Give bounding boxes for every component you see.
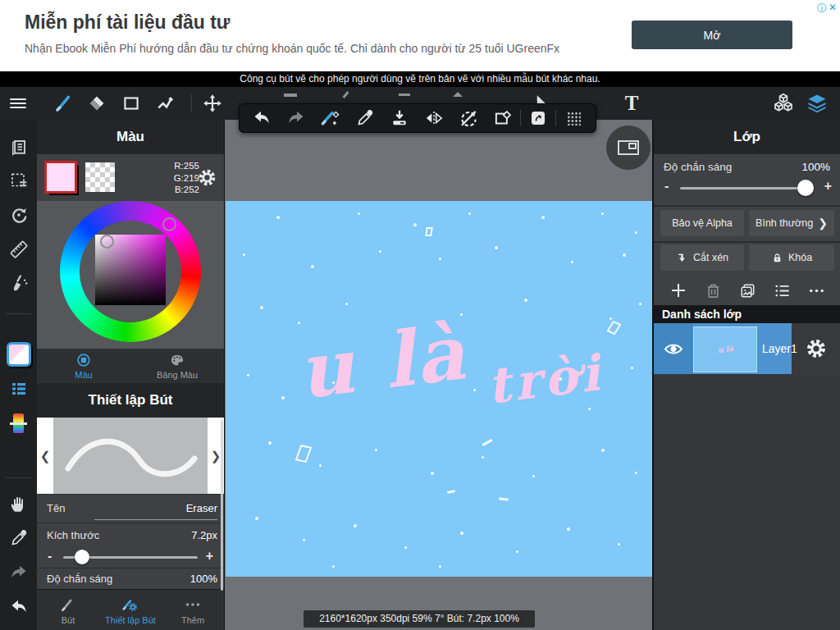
brush-list-icon[interactable] [0, 374, 37, 404]
drag-handle-icon[interactable] [556, 103, 591, 133]
blend-mode-button[interactable]: Bình thường ❯ [749, 210, 834, 236]
tab-pen[interactable]: Bút [37, 590, 99, 630]
clipping-icon [676, 252, 688, 264]
rotate-reset-icon[interactable] [451, 103, 486, 133]
gradient-icon[interactable] [0, 409, 37, 438]
select-menu-icon[interactable] [0, 166, 37, 195]
color-wheel-area[interactable] [37, 201, 224, 349]
ruler-icon[interactable] [0, 235, 37, 264]
layer-opacity-thumb[interactable] [797, 180, 814, 196]
layers-panel-icon[interactable] [802, 87, 832, 120]
tab-color[interactable]: Màu [37, 349, 130, 383]
layer-list-icon[interactable] [773, 281, 792, 300]
layer-opacity-track[interactable] [680, 187, 812, 189]
panel-divider [654, 205, 840, 207]
layer-panel-title: Lớp [654, 120, 840, 154]
save-icon[interactable] [382, 103, 417, 133]
layer-row[interactable]: u là Layer1 [654, 323, 840, 374]
ad-open-button[interactable]: Mở [632, 21, 792, 49]
layer-opacity-minus[interactable]: - [664, 179, 669, 194]
layer-opacity-plus[interactable]: + [824, 179, 832, 194]
drawing-canvas[interactable]: u là trời [226, 201, 652, 577]
layer-more-icon[interactable] [807, 281, 826, 300]
artwork-text-tail: trời [484, 344, 607, 415]
redo-icon[interactable] [279, 103, 313, 133]
layer-thumbnail[interactable]: u là [693, 326, 757, 372]
color-settings-gear-icon[interactable] [197, 167, 217, 188]
canvas-area[interactable]: u là trời 2160*1620px 350dpi 59% 7° Bút:… [224, 120, 653, 630]
size-slider-thumb[interactable] [75, 550, 89, 564]
transparent-color-swatch[interactable] [85, 162, 115, 192]
tab-pen-settings[interactable]: Thiết lập Bút [99, 590, 162, 630]
brush-eraser-toggle-icon[interactable] [313, 103, 348, 133]
alpha-protect-button[interactable]: Bảo vệ Alpha [660, 210, 744, 236]
undo-icon[interactable] [0, 592, 37, 622]
pen-opacity-label: Độ chắn sáng [47, 573, 112, 585]
material-panel-icon[interactable] [521, 103, 555, 133]
eye-icon [664, 341, 683, 357]
polyline-tool-icon[interactable] [151, 87, 180, 120]
tab-more[interactable]: Thêm [162, 590, 224, 630]
brush-prev-icon[interactable]: ❮ [37, 418, 53, 494]
eyedropper-icon[interactable] [348, 103, 382, 133]
tab-palette[interactable]: Bảng Màu [130, 349, 224, 383]
toolbar-divider [191, 94, 192, 112]
brush-tool-icon[interactable] [49, 87, 79, 120]
ad-banner[interactable]: ⓘ ✕ Miễn phí tài liệu đầu tư Nhận Ebook … [0, 0, 840, 71]
hand-pan-icon[interactable] [0, 489, 37, 518]
rotate-view-icon[interactable] [0, 200, 37, 230]
material-brush-icon[interactable] [0, 269, 37, 299]
material-3d-icon[interactable] [769, 87, 798, 120]
sidebar-divider [6, 477, 31, 478]
hue-selector[interactable] [162, 217, 176, 231]
eraser-tool-icon[interactable] [82, 87, 112, 120]
pen-size-label: Kích thước [47, 529, 99, 541]
navigator-button[interactable] [606, 126, 651, 170]
undo-icon[interactable] [244, 103, 279, 133]
navigator-icon [616, 138, 641, 158]
layer-visibility-toggle[interactable] [654, 323, 693, 374]
rect-select-tool-icon[interactable] [116, 87, 146, 120]
pen-size-value: 7.2px [191, 529, 217, 541]
primary-color-swatch[interactable] [44, 161, 77, 194]
clipping-button[interactable]: Cắt xén [660, 244, 744, 271]
layer-opacity-label: Độ chắn sáng [664, 161, 732, 173]
menu-icon[interactable] [3, 87, 33, 120]
layer-opacity-section: Độ chắn sáng 100% - + [654, 154, 840, 205]
pen-size-slider-row: - + [37, 547, 224, 568]
eyedropper-icon[interactable] [0, 523, 37, 553]
palette-tab-label: Bảng Màu [157, 370, 198, 380]
ad-info-icon[interactable]: ⓘ [817, 2, 827, 16]
pen-opacity-row: Độ chắn sáng 100% [37, 568, 224, 589]
size-plus-button[interactable]: + [206, 549, 213, 564]
size-minus-button[interactable]: - [48, 549, 52, 564]
pen-tab-label: Bút [62, 615, 75, 625]
layer-settings-gear-icon[interactable] [792, 323, 840, 374]
pen-panel-tabs: Bút Thiết lập Bút Thêm [37, 589, 224, 630]
delete-layer-icon[interactable] [704, 281, 723, 300]
sv-selector[interactable] [100, 235, 114, 249]
rgb-readout: R:255 G:219 B:252 [126, 160, 199, 196]
palette-icon [169, 352, 185, 368]
pages-icon[interactable] [0, 131, 37, 161]
current-color-swatch[interactable] [0, 340, 37, 369]
floating-toolbar [239, 103, 596, 133]
clear-layer-icon[interactable] [486, 103, 520, 133]
flip-horizontal-icon[interactable] [417, 103, 451, 133]
lock-button[interactable]: Khóa [749, 244, 834, 271]
move-tool-icon[interactable] [198, 87, 227, 120]
brush-stroke-preview [53, 418, 208, 494]
rgb-g-value: G:219 [126, 172, 199, 185]
ad-title: Miễn phí tài liệu đầu tư [25, 11, 231, 34]
add-layer-icon[interactable] [669, 281, 688, 300]
obscured-tool-icon [453, 92, 463, 97]
panel-scrollbar[interactable] [221, 420, 223, 591]
obscured-tool-icon [284, 94, 297, 97]
text-tool-icon[interactable]: T [617, 87, 646, 120]
left-panel: Màu R:255 G:219 B:252 [37, 120, 224, 630]
ad-close-icon[interactable]: ✕ [829, 2, 837, 16]
layer-thumbnail-text: u là [717, 345, 733, 354]
duplicate-layer-icon[interactable] [738, 281, 757, 300]
pen-name-value[interactable]: Eraser [186, 502, 217, 514]
redo-icon[interactable] [0, 558, 37, 587]
